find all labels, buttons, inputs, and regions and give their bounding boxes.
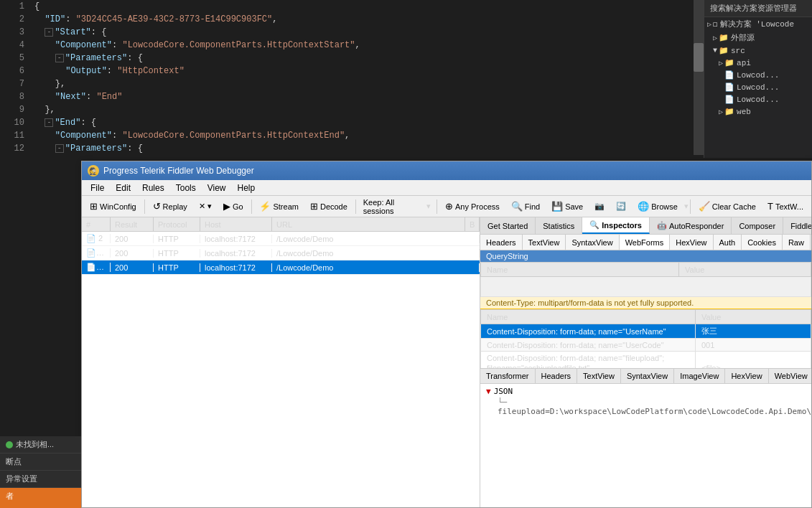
go-button[interactable]: ▶ Go — [218, 199, 248, 214]
subtab-raw[interactable]: Raw — [783, 235, 811, 250]
orange-author-bar: 者 — [0, 488, 81, 508]
winconfig-button[interactable]: ⊞ WinConfig — [85, 199, 141, 214]
decode-icon: ⊞ — [310, 201, 318, 212]
warning-bar: Content-Type: multipart/form-data is not… — [480, 297, 811, 309]
session-host: localhost:7172 — [200, 249, 272, 258]
clear-cache-icon: 🧹 — [699, 201, 710, 212]
bottom-tab-transformer[interactable]: Transformer — [480, 369, 536, 383]
bottom-tab-syntaxview[interactable]: SyntaxView — [621, 369, 674, 383]
session-url: /Lowcode/Demo — [272, 249, 480, 258]
tree-item-label: 外部源 — [731, 32, 755, 43]
toolbar-separator-3 — [355, 199, 356, 214]
tab-orchestra[interactable]: Fiddler Orchestra Beta — [783, 217, 811, 234]
col-header-url[interactable]: URL — [272, 217, 465, 231]
formdata-col-name: Name — [481, 310, 696, 324]
camera-button[interactable]: 🔄 — [611, 199, 631, 213]
keep-sessions-dropdown[interactable]: ▾ — [424, 199, 434, 214]
line-numbers: 12345 678910 1112 — [0, 0, 29, 158]
menu-edit[interactable]: Edit — [110, 182, 136, 194]
tree-item-lowcod3[interactable]: 📄 Lowcod... — [704, 93, 812, 105]
tree-item-external[interactable]: ▷ 📁 外部源 — [704, 31, 812, 44]
tree-item-lowcod1[interactable]: 📄 Lowcod... — [704, 69, 812, 81]
tree-item-solution[interactable]: ▷ ◻ 解决方案 'Lowcode — [704, 17, 812, 31]
row-value: 001 — [696, 339, 811, 352]
save-button[interactable]: 💾 Save — [546, 199, 588, 214]
tab-statistics[interactable]: Statistics — [536, 217, 582, 234]
stream-button[interactable]: ⚡ Stream — [254, 199, 303, 214]
row-value: <file> — [696, 352, 811, 369]
json-label: JSON — [494, 387, 513, 396]
content-area: QueryString Name Value Content-Ty — [480, 250, 811, 368]
menu-rules[interactable]: Rules — [136, 182, 170, 194]
menu-view[interactable]: View — [202, 182, 232, 194]
subtab-syntaxview[interactable]: SyntaxView — [566, 235, 619, 250]
bottom-tab-webview[interactable]: WebView — [769, 369, 811, 383]
menu-help[interactable]: Help — [232, 182, 261, 194]
tab-autoresponder[interactable]: 🤖 AutoResponder — [650, 217, 732, 234]
subtab-hexview[interactable]: HexView — [670, 235, 713, 250]
keep-sessions-label: Keep: All sessions — [359, 197, 423, 217]
menu-file[interactable]: File — [85, 182, 110, 194]
bottom-tab-hexview[interactable]: HexView — [725, 369, 768, 383]
go-icon: ▶ — [223, 201, 230, 212]
inspector-panel: Get Started Statistics 🔍 Inspectors 🤖 Au… — [480, 217, 811, 507]
browse-dropdown[interactable]: ▾ — [684, 199, 687, 214]
replay-button[interactable]: ↺ Replay — [148, 199, 192, 214]
browse-button[interactable]: 🌐 Browse — [633, 199, 683, 214]
find-button[interactable]: 🔍 Find — [506, 199, 545, 214]
tab-inspectors[interactable]: 🔍 Inspectors — [582, 217, 650, 234]
green-dot-icon — [6, 441, 13, 448]
table-row[interactable]: Content-Disposition: form-data; name="Us… — [481, 324, 811, 339]
session-url: /Lowcode/Demo — [272, 235, 480, 243]
subtab-headers[interactable]: Headers — [480, 235, 523, 250]
tree-arrow-src: ▼ — [713, 47, 717, 55]
session-row-377[interactable]: 📄377 200 HTTP localhost:7172 /Lowcode/De… — [82, 246, 480, 260]
session-icon-377: 📄 — [86, 248, 96, 257]
snapshot-button[interactable]: 📷 — [589, 199, 610, 213]
col-name-header: Name — [481, 263, 679, 277]
tree-item-web[interactable]: ▷ 📁 web — [704, 105, 812, 118]
col-header-result[interactable]: Result — [111, 217, 154, 231]
bottom-tabs: Transformer Headers TextView SyntaxView … — [480, 368, 811, 384]
bottom-tab-headers[interactable]: Headers — [536, 369, 578, 383]
bottom-tab-textview[interactable]: TextView — [577, 369, 621, 383]
toolbar-separator-2 — [251, 199, 252, 214]
menu-tools[interactable]: Tools — [170, 182, 202, 194]
decode-button[interactable]: ⊞ Decode — [305, 199, 353, 214]
session-icon-388: 📄 — [86, 263, 96, 271]
code-scrollbar[interactable] — [694, 0, 704, 158]
tab-get-started[interactable]: Get Started — [480, 217, 536, 234]
table-row[interactable]: Content-Disposition: form-data; name="fi… — [481, 352, 811, 369]
tab-composer[interactable]: Composer — [732, 217, 783, 234]
tree-item-api[interactable]: ▷ 📁 api — [704, 57, 812, 69]
table-row[interactable]: Content-Disposition: form-data; name="Us… — [481, 339, 811, 352]
col-header-protocol[interactable]: Protocol — [154, 217, 200, 231]
subtab-json[interactable]: JSON — [811, 235, 811, 250]
fiddler-toolbar: ⊞ WinConfig ↺ Replay ✕ ▾ ▶ Go ⚡ Stream ⊞… — [82, 196, 811, 217]
tree-arrow: ▷ — [707, 20, 711, 29]
subtab-auth[interactable]: Auth — [714, 235, 742, 250]
json-collapse-icon[interactable]: ▼ — [486, 387, 491, 396]
tree-item-label: api — [737, 59, 751, 67]
text-wizard-button[interactable]: T TextW... — [762, 199, 808, 214]
session-icon: 📄 — [86, 234, 96, 243]
subtab-cookies[interactable]: Cookies — [742, 235, 783, 250]
bottom-tab-imageview[interactable]: ImageView — [674, 369, 725, 383]
session-num: 📄377 — [82, 248, 111, 258]
clear-cache-button[interactable]: 🧹 Clear Cache — [694, 199, 761, 214]
x-dropdown-button[interactable]: ✕ ▾ — [194, 199, 217, 213]
subtab-textview[interactable]: TextView — [523, 235, 566, 250]
tree-item-lowcod2[interactable]: 📄 Lowcod... — [704, 81, 812, 93]
tree-item-src[interactable]: ▼ 📁 src — [704, 44, 812, 57]
find-icon: 🔍 — [511, 201, 523, 212]
any-process-button[interactable]: ⊕ Any Process — [440, 199, 505, 214]
session-row-388[interactable]: 📄388 200 HTTP localhost:7172 /Lowcode/De… — [82, 260, 480, 275]
subtab-webforms[interactable]: WebForms — [620, 235, 671, 250]
session-row-1[interactable]: 📄2 200 HTTP localhost:7172 /Lowcode/Demo — [82, 232, 480, 246]
cs-file-icon3: 📄 — [724, 95, 734, 104]
col-header-b[interactable]: B — [465, 217, 480, 231]
fiddler-menubar: File Edit Rules Tools View Help — [82, 180, 811, 196]
querystring-header: QueryString — [480, 250, 811, 262]
col-header-host[interactable]: Host — [200, 217, 272, 231]
col-header-num[interactable]: # — [82, 217, 111, 231]
